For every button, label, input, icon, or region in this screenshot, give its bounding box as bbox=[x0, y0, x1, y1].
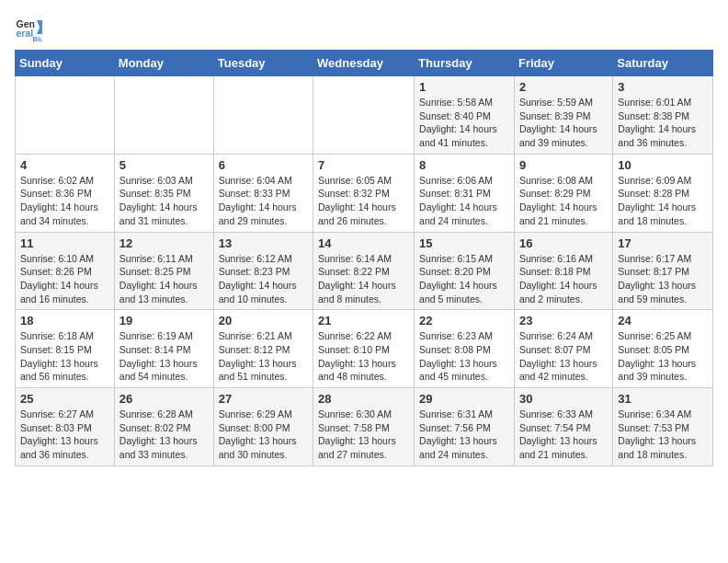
column-header-thursday: Thursday bbox=[415, 51, 515, 76]
day-number: 22 bbox=[419, 314, 509, 327]
calendar-cell: 19Sunrise: 6:19 AM Sunset: 8:14 PM Dayli… bbox=[114, 310, 213, 388]
day-number: 23 bbox=[519, 314, 608, 327]
day-info: Sunrise: 6:30 AM Sunset: 7:58 PM Dayligh… bbox=[318, 408, 409, 462]
day-info: Sunrise: 6:28 AM Sunset: 8:02 PM Dayligh… bbox=[119, 408, 209, 462]
day-number: 28 bbox=[318, 392, 409, 406]
week-row-5: 25Sunrise: 6:27 AM Sunset: 8:03 PM Dayli… bbox=[16, 388, 713, 466]
column-header-tuesday: Tuesday bbox=[213, 51, 313, 76]
column-header-wednesday: Wednesday bbox=[313, 51, 415, 76]
day-info: Sunrise: 6:05 AM Sunset: 8:32 PM Dayligh… bbox=[318, 174, 409, 228]
day-info: Sunrise: 6:12 AM Sunset: 8:23 PM Dayligh… bbox=[219, 252, 308, 306]
calendar-cell: 29Sunrise: 6:31 AM Sunset: 7:56 PM Dayli… bbox=[415, 388, 515, 466]
day-number: 8 bbox=[419, 158, 509, 172]
day-info: Sunrise: 6:18 AM Sunset: 8:15 PM Dayligh… bbox=[20, 329, 109, 384]
calendar-table: SundayMondayTuesdayWednesdayThursdayFrid… bbox=[15, 50, 713, 466]
calendar-cell bbox=[16, 76, 115, 155]
day-info: Sunrise: 6:10 AM Sunset: 8:26 PM Dayligh… bbox=[20, 252, 109, 306]
calendar-cell: 18Sunrise: 6:18 AM Sunset: 8:15 PM Dayli… bbox=[16, 310, 115, 388]
column-header-friday: Friday bbox=[514, 51, 612, 76]
calendar-cell: 13Sunrise: 6:12 AM Sunset: 8:23 PM Dayli… bbox=[213, 232, 313, 310]
calendar-cell: 24Sunrise: 6:25 AM Sunset: 8:05 PM Dayli… bbox=[613, 310, 713, 388]
day-number: 26 bbox=[119, 392, 209, 406]
calendar-cell: 12Sunrise: 6:11 AM Sunset: 8:25 PM Dayli… bbox=[114, 232, 213, 310]
day-number: 9 bbox=[519, 158, 608, 172]
calendar-cell: 7Sunrise: 6:05 AM Sunset: 8:32 PM Daylig… bbox=[313, 154, 415, 232]
day-info: Sunrise: 6:15 AM Sunset: 8:20 PM Dayligh… bbox=[419, 252, 509, 306]
day-info: Sunrise: 6:16 AM Sunset: 8:18 PM Dayligh… bbox=[519, 252, 608, 306]
calendar-cell: 25Sunrise: 6:27 AM Sunset: 8:03 PM Dayli… bbox=[16, 388, 115, 466]
day-number: 17 bbox=[618, 236, 708, 250]
day-info: Sunrise: 5:59 AM Sunset: 8:39 PM Dayligh… bbox=[519, 96, 608, 150]
week-row-2: 4Sunrise: 6:02 AM Sunset: 8:36 PM Daylig… bbox=[16, 154, 713, 232]
day-info: Sunrise: 6:31 AM Sunset: 7:56 PM Dayligh… bbox=[419, 408, 509, 462]
day-number: 13 bbox=[219, 236, 308, 250]
day-number: 1 bbox=[419, 80, 509, 94]
day-number: 20 bbox=[219, 314, 308, 327]
day-number: 19 bbox=[119, 314, 209, 327]
day-info: Sunrise: 6:04 AM Sunset: 8:33 PM Dayligh… bbox=[219, 174, 308, 228]
day-number: 3 bbox=[618, 80, 708, 94]
calendar-cell: 1Sunrise: 5:58 AM Sunset: 8:40 PM Daylig… bbox=[415, 76, 515, 155]
day-number: 21 bbox=[318, 314, 409, 327]
day-number: 2 bbox=[519, 80, 608, 94]
day-info: Sunrise: 6:08 AM Sunset: 8:29 PM Dayligh… bbox=[519, 174, 608, 228]
day-info: Sunrise: 6:21 AM Sunset: 8:12 PM Dayligh… bbox=[219, 329, 308, 384]
week-row-1: 1Sunrise: 5:58 AM Sunset: 8:40 PM Daylig… bbox=[16, 76, 713, 155]
day-info: Sunrise: 6:06 AM Sunset: 8:31 PM Dayligh… bbox=[419, 174, 509, 228]
calendar-cell: 6Sunrise: 6:04 AM Sunset: 8:33 PM Daylig… bbox=[213, 154, 313, 232]
week-row-4: 18Sunrise: 6:18 AM Sunset: 8:15 PM Dayli… bbox=[16, 310, 713, 388]
calendar-cell: 22Sunrise: 6:23 AM Sunset: 8:08 PM Dayli… bbox=[415, 310, 515, 388]
day-number: 24 bbox=[618, 314, 708, 327]
calendar-cell: 27Sunrise: 6:29 AM Sunset: 8:00 PM Dayli… bbox=[213, 388, 313, 466]
calendar-cell: 30Sunrise: 6:33 AM Sunset: 7:54 PM Dayli… bbox=[514, 388, 612, 466]
day-info: Sunrise: 6:33 AM Sunset: 7:54 PM Dayligh… bbox=[519, 408, 608, 462]
calendar-cell bbox=[313, 76, 415, 155]
day-info: Sunrise: 6:01 AM Sunset: 8:38 PM Dayligh… bbox=[618, 96, 708, 150]
column-header-monday: Monday bbox=[114, 51, 213, 76]
column-header-sunday: Sunday bbox=[16, 51, 115, 76]
day-info: Sunrise: 6:17 AM Sunset: 8:17 PM Dayligh… bbox=[618, 252, 708, 306]
day-info: Sunrise: 6:29 AM Sunset: 8:00 PM Dayligh… bbox=[219, 408, 308, 462]
day-info: Sunrise: 6:14 AM Sunset: 8:22 PM Dayligh… bbox=[318, 252, 409, 306]
day-number: 5 bbox=[119, 158, 209, 172]
calendar-cell: 20Sunrise: 6:21 AM Sunset: 8:12 PM Dayli… bbox=[213, 310, 313, 388]
page-header: Gen eral Blue bbox=[15, 15, 713, 42]
day-info: Sunrise: 6:09 AM Sunset: 8:28 PM Dayligh… bbox=[618, 174, 708, 228]
calendar-cell: 16Sunrise: 6:16 AM Sunset: 8:18 PM Dayli… bbox=[514, 232, 612, 310]
day-number: 31 bbox=[618, 392, 708, 406]
day-info: Sunrise: 5:58 AM Sunset: 8:40 PM Dayligh… bbox=[419, 96, 509, 150]
svg-text:eral: eral bbox=[17, 28, 34, 39]
day-info: Sunrise: 6:11 AM Sunset: 8:25 PM Dayligh… bbox=[119, 252, 209, 306]
calendar-cell: 23Sunrise: 6:24 AM Sunset: 8:07 PM Dayli… bbox=[514, 310, 612, 388]
day-info: Sunrise: 6:25 AM Sunset: 8:05 PM Dayligh… bbox=[618, 329, 708, 384]
day-number: 12 bbox=[119, 236, 209, 250]
calendar-cell: 10Sunrise: 6:09 AM Sunset: 8:28 PM Dayli… bbox=[613, 154, 713, 232]
day-info: Sunrise: 6:34 AM Sunset: 7:53 PM Dayligh… bbox=[618, 408, 708, 462]
day-number: 27 bbox=[219, 392, 308, 406]
calendar-cell bbox=[213, 76, 313, 155]
calendar-cell: 5Sunrise: 6:03 AM Sunset: 8:35 PM Daylig… bbox=[114, 154, 213, 232]
calendar-cell: 2Sunrise: 5:59 AM Sunset: 8:39 PM Daylig… bbox=[514, 76, 612, 155]
logo-icon: Gen eral Blue bbox=[15, 15, 42, 42]
day-number: 6 bbox=[219, 158, 308, 172]
day-number: 30 bbox=[519, 392, 608, 406]
day-info: Sunrise: 6:23 AM Sunset: 8:08 PM Dayligh… bbox=[419, 329, 509, 384]
week-row-3: 11Sunrise: 6:10 AM Sunset: 8:26 PM Dayli… bbox=[16, 232, 713, 310]
day-number: 25 bbox=[20, 392, 109, 406]
calendar-cell: 14Sunrise: 6:14 AM Sunset: 8:22 PM Dayli… bbox=[313, 232, 415, 310]
day-info: Sunrise: 6:02 AM Sunset: 8:36 PM Dayligh… bbox=[20, 174, 109, 228]
day-info: Sunrise: 6:27 AM Sunset: 8:03 PM Dayligh… bbox=[20, 408, 109, 462]
day-number: 14 bbox=[318, 236, 409, 250]
svg-marker-2 bbox=[37, 20, 42, 34]
day-number: 11 bbox=[20, 236, 109, 250]
calendar-cell: 26Sunrise: 6:28 AM Sunset: 8:02 PM Dayli… bbox=[114, 388, 213, 466]
calendar-cell: 8Sunrise: 6:06 AM Sunset: 8:31 PM Daylig… bbox=[415, 154, 515, 232]
day-info: Sunrise: 6:03 AM Sunset: 8:35 PM Dayligh… bbox=[119, 174, 209, 228]
header-row: SundayMondayTuesdayWednesdayThursdayFrid… bbox=[16, 51, 713, 76]
calendar-cell: 28Sunrise: 6:30 AM Sunset: 7:58 PM Dayli… bbox=[313, 388, 415, 466]
day-number: 7 bbox=[318, 158, 409, 172]
calendar-cell: 9Sunrise: 6:08 AM Sunset: 8:29 PM Daylig… bbox=[514, 154, 612, 232]
calendar-cell: 21Sunrise: 6:22 AM Sunset: 8:10 PM Dayli… bbox=[313, 310, 415, 388]
calendar-cell: 31Sunrise: 6:34 AM Sunset: 7:53 PM Dayli… bbox=[613, 388, 713, 466]
day-number: 16 bbox=[519, 236, 608, 250]
